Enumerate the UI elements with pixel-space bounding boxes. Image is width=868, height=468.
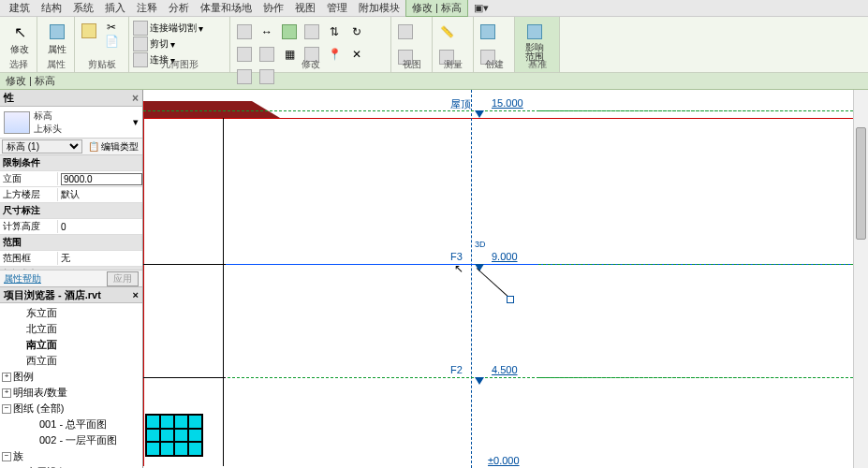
menu-5[interactable]: 分析 (163, 0, 195, 16)
modify-button[interactable]: ↖ 修改 (4, 19, 36, 56)
help-menu[interactable]: ▣▾ (468, 1, 494, 15)
roof-slope[interactable] (252, 101, 280, 118)
prop-value[interactable]: 默认 (61, 189, 80, 199)
move-button[interactable]: ↔ (257, 22, 277, 42)
properties-button[interactable]: 属性 (41, 19, 73, 56)
group-label: 基准 (515, 58, 559, 71)
apply-button[interactable]: 应用 (107, 271, 139, 286)
ribbon-group-clipboard: ✂ 📄 剪贴板 (75, 17, 129, 72)
tree-item[interactable]: 002 - 一层平面图 (0, 432, 142, 448)
drag-handle[interactable] (507, 296, 514, 303)
tree-item[interactable]: 图纸 (全部) (0, 401, 142, 417)
cope-button[interactable]: 连接端切割▾ (133, 21, 226, 36)
level-value-f1[interactable]: ±0.000 (488, 455, 520, 466)
menu-10[interactable]: 附加模块 (353, 0, 405, 16)
drawing-canvas[interactable]: 3D 屋顶15.000F39.000↖F24.500 ±0.000 (143, 90, 868, 468)
close-icon[interactable]: × (133, 289, 139, 300)
wall-line (223, 118, 224, 466)
drag-vector (477, 268, 509, 298)
tree-item[interactable]: 北立面 (0, 321, 142, 337)
prop-value[interactable]: 无 (61, 253, 70, 263)
level-name[interactable]: F2 (450, 364, 463, 375)
close-icon[interactable]: × (132, 92, 139, 105)
edit-type-button[interactable]: 📋 编辑类型 (84, 140, 142, 154)
3d-marker: 3D (475, 240, 486, 249)
menu-3[interactable]: 插入 (99, 0, 131, 16)
ribbon-group-modify: ↔ ⇅ ↻ ▦ 📍 ✕ 修改 (230, 17, 391, 72)
menu-7[interactable]: 协作 (257, 0, 289, 16)
properties-help-link[interactable]: 属性帮助 (4, 272, 41, 285)
section-header[interactable]: 范围 (0, 236, 142, 249)
mirror-button[interactable]: ⇅ (324, 22, 345, 42)
chevron-down-icon[interactable]: ▾ (133, 116, 139, 128)
offset-button[interactable] (279, 22, 300, 42)
menu-9[interactable]: 管理 (321, 0, 353, 16)
section-header[interactable]: 尺寸标注 (0, 204, 142, 217)
cursor-icon: ↖ (454, 262, 463, 275)
menu-11[interactable]: 修改 | 标高 (405, 0, 468, 17)
wall-line (143, 101, 144, 466)
ribbon-group-select: ↖ 修改 选择 (0, 17, 37, 72)
cut-label: 剪切 (150, 37, 169, 51)
cursor-icon: ↖ (8, 21, 31, 43)
menu-4[interactable]: 注释 (131, 0, 163, 16)
level-name[interactable]: F3 (450, 251, 463, 262)
roof-element[interactable] (143, 101, 252, 118)
cut-geom-button[interactable]: 剪切▾ (133, 37, 226, 51)
project-browser[interactable]: 东立面北立面南立面西立面图例明细表/数量图纸 (全部)001 - 总平面图002… (0, 303, 142, 468)
modify-label: 修改 (10, 43, 29, 56)
group-label: 几何图形 (129, 58, 229, 71)
type-selector[interactable]: 标高 上标头 ▾ (0, 107, 142, 139)
tree-item[interactable]: 东立面 (0, 305, 142, 321)
rotate-button[interactable]: ↻ (346, 22, 367, 42)
level-elevation[interactable]: 15.000 (492, 97, 523, 109)
menu-1[interactable]: 结构 (36, 0, 67, 16)
family-name: 标高 (34, 110, 133, 123)
type-thumbnail (4, 111, 30, 134)
menu-bar: 建筑结构系统插入注释分析体量和场地协作视图管理附加模块修改 | 标高▣▾ (0, 0, 868, 17)
prop-key: 计算高度 (0, 220, 58, 233)
view-tool-button[interactable] (395, 22, 416, 42)
properties-title: 性 (4, 91, 14, 105)
options-text: 修改 | 标高 (6, 74, 55, 88)
prop-key: 范围框 (0, 252, 58, 265)
tree-item[interactable]: 001 - 总平面图 (0, 417, 142, 432)
tree-item[interactable]: 图例 (0, 369, 142, 385)
prop-input[interactable] (61, 173, 142, 185)
roof-edge (143, 118, 853, 119)
ribbon-group-properties: 属性 属性 (37, 17, 75, 72)
tree-item[interactable]: 南立面 (0, 337, 142, 353)
cut-button[interactable]: ✂ (101, 21, 122, 34)
measure-button[interactable]: 📏 (436, 22, 457, 42)
tree-item[interactable]: 专用设备 (0, 464, 142, 468)
properties-title-bar[interactable]: 性 × (0, 90, 142, 107)
align-button[interactable] (234, 22, 255, 42)
grid-line[interactable] (471, 90, 472, 468)
level-elevation[interactable]: 9.000 (492, 251, 518, 262)
ribbon-group-create: 创建 (474, 17, 515, 72)
copy-element-button[interactable] (302, 22, 322, 42)
properties-label: 属性 (48, 43, 66, 56)
browser-title-bar[interactable]: 项目浏览器 - 酒店.rvt × (0, 286, 142, 303)
paste-button[interactable] (79, 21, 99, 41)
prop-value[interactable]: 0 (61, 222, 66, 232)
menu-8[interactable]: 视图 (289, 0, 321, 16)
instance-filter[interactable]: 标高 (1) (2, 139, 82, 154)
tree-item[interactable]: 明细表/数量 (0, 385, 142, 401)
menu-0[interactable]: 建筑 (4, 0, 36, 16)
menu-2[interactable]: 系统 (67, 0, 99, 16)
extent-button[interactable]: 影响 范围 (519, 19, 551, 62)
section-header[interactable]: 限制条件 (0, 156, 142, 169)
level-elevation[interactable]: 4.500 (492, 364, 518, 375)
tree-item[interactable]: 西立面 (0, 353, 142, 369)
level-name[interactable]: 屋顶 (450, 97, 471, 111)
color-palette[interactable] (145, 414, 203, 457)
menu-6[interactable]: 体量和场地 (195, 0, 257, 16)
create-button[interactable] (478, 22, 498, 42)
tree-item[interactable]: 族 (0, 448, 142, 464)
vertical-scrollbar[interactable] (853, 90, 868, 468)
scrollbar-thumb[interactable] (856, 127, 866, 240)
copy-button[interactable]: 📄 (101, 35, 122, 48)
properties-icon (46, 21, 68, 43)
extent-icon (523, 21, 546, 43)
